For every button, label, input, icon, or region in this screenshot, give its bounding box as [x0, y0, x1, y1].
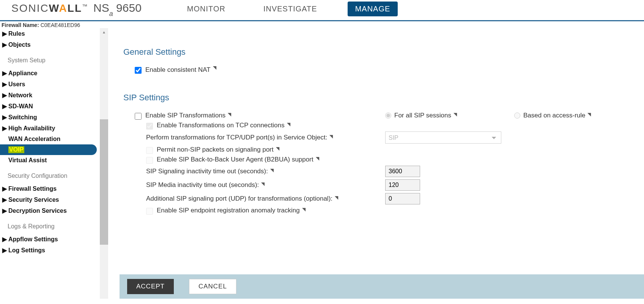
- cancel-button[interactable]: CANCEL: [189, 279, 236, 294]
- checkbox-b2bua[interactable]: [146, 157, 153, 164]
- input-sip-media[interactable]: [385, 179, 420, 191]
- help-icon[interactable]: ◥: [316, 156, 319, 161]
- help-icon[interactable]: ◥: [276, 146, 279, 151]
- caret-right-icon: ▶: [2, 207, 8, 214]
- tab-investigate[interactable]: INVESTIGATE: [256, 2, 325, 16]
- help-icon[interactable]: ◥: [329, 134, 333, 139]
- section-general: General Settings: [123, 47, 629, 57]
- sidebar-item-voip[interactable]: VOIP: [0, 144, 97, 155]
- row-sip-transformations: Enable SIP Transformations ◥: [135, 112, 378, 119]
- label-perform-transformations: Perform transformations for TCP/UDP port…: [146, 134, 327, 141]
- sidebar-item-firewall-settings[interactable]: ▶Firewall Settings: [0, 183, 108, 194]
- label-sip-transformations: Enable SIP Transformations: [145, 112, 225, 119]
- caret-right-icon: ▶: [2, 196, 8, 203]
- sidebar-item-appliance[interactable]: ▶Appliance: [0, 68, 108, 79]
- caret-right-icon: ▶: [2, 92, 8, 99]
- label-based-on-rule: Based on access-rule: [523, 112, 585, 119]
- sidebar-item-users[interactable]: ▶Users: [0, 79, 108, 90]
- checkbox-permit-nonsip[interactable]: [146, 147, 153, 154]
- row-tcp-transformations: Enable Transformations on TCP connection…: [146, 122, 629, 129]
- label-tcp-transformations: Enable Transformations on TCP connection…: [157, 122, 285, 129]
- caret-right-icon: ▶: [2, 81, 8, 88]
- action-bar: ACCEPT CANCEL: [120, 274, 644, 299]
- brand-model: NSa 9650: [93, 2, 142, 16]
- caret-right-icon: ▶: [2, 125, 8, 132]
- row-sip-signaling: SIP Signaling inactivity time out (secon…: [146, 168, 378, 175]
- accept-button[interactable]: ACCEPT: [127, 279, 174, 294]
- scrollbar-thumb[interactable]: [100, 119, 108, 245]
- sidebar-item-label: Log Settings: [8, 247, 45, 254]
- help-icon[interactable]: ◥: [270, 168, 274, 173]
- label-b2bua: Enable SIP Back-to-Back User Agent (B2BU…: [157, 156, 313, 163]
- tab-monitor[interactable]: MONITOR: [180, 2, 233, 16]
- help-icon[interactable]: ◥: [587, 112, 591, 117]
- input-sip-signaling[interactable]: [385, 166, 420, 177]
- caret-right-icon: ▶: [2, 70, 8, 77]
- help-icon[interactable]: ◥: [453, 112, 457, 117]
- sidebar-item-network[interactable]: ▶Network: [0, 90, 108, 101]
- label-consistent-nat: Enable consistent NAT: [145, 66, 211, 74]
- sidebar-item-label: VOIP: [8, 146, 24, 153]
- sidebar-item-objects[interactable]: ▶Objects: [0, 39, 108, 50]
- select-service-object[interactable]: SIP: [385, 131, 501, 144]
- sidebar-item-decryption[interactable]: ▶Decryption Services: [0, 205, 108, 216]
- nav-tabs: MONITOR INVESTIGATE MANAGE: [180, 2, 398, 16]
- sidebar-item-label: Firewall Settings: [8, 185, 57, 192]
- help-icon[interactable]: ◥: [213, 65, 216, 70]
- brand-logo: SONICWALL™: [11, 2, 88, 14]
- sidebar-item-label: Decryption Services: [8, 207, 67, 214]
- caret-right-icon: ▶: [2, 41, 8, 48]
- sidebar-group-logs: Logs & Reporting: [0, 216, 108, 234]
- sidebar-item-rules[interactable]: ▶Rules: [0, 28, 108, 39]
- tab-manage[interactable]: MANAGE: [348, 2, 398, 16]
- sidebar-item-label: Virtual Assist: [8, 157, 47, 164]
- firewall-name-value: C0EAE481ED96: [41, 22, 80, 28]
- sidebar-item-virtual-assist[interactable]: Virtual Assist: [0, 155, 108, 166]
- row-b2bua: Enable SIP Back-to-Back User Agent (B2BU…: [146, 156, 629, 163]
- scroll-up-icon[interactable]: ▲: [100, 28, 108, 36]
- radio-for-all-sip[interactable]: [385, 112, 391, 119]
- sidebar: ▲ ▶Rules ▶Objects System Setup ▶Applianc…: [0, 28, 108, 299]
- checkbox-sip-transformations[interactable]: [135, 113, 142, 120]
- checkbox-consistent-nat[interactable]: [135, 67, 142, 74]
- section-sip: SIP Settings: [123, 93, 629, 103]
- sidebar-item-wan-accel[interactable]: WAN Acceleration: [0, 134, 108, 144]
- firewall-name-label: Firewall Name:: [2, 22, 39, 28]
- row-for-all-sip: For all SIP sessions ◥: [385, 112, 507, 119]
- main-panel: General Settings Enable consistent NAT ◥…: [108, 28, 644, 299]
- sidebar-item-label: Appflow Settings: [8, 236, 58, 243]
- sidebar-item-label: Rules: [8, 30, 25, 37]
- top-bar: SONICWALL™ NSa 9650 MONITOR INVESTIGATE …: [0, 0, 644, 21]
- sidebar-item-label: Network: [8, 92, 32, 99]
- help-icon[interactable]: ◥: [302, 207, 305, 212]
- row-anomaly: Enable SIP endpoint registration anomaly…: [146, 207, 629, 214]
- sidebar-item-ha[interactable]: ▶High Availability: [0, 123, 108, 134]
- caret-right-icon: ▶: [2, 114, 8, 121]
- label-additional-port: Additional SIP signaling port (UDP) for …: [146, 195, 332, 203]
- caret-right-icon: ▶: [2, 103, 8, 110]
- help-icon[interactable]: ◥: [335, 195, 338, 200]
- sidebar-group-system: System Setup: [0, 50, 108, 68]
- label-sip-media: SIP Media inactivity time out (seconds):: [146, 181, 259, 189]
- help-icon[interactable]: ◥: [228, 112, 231, 117]
- sidebar-item-sdwan[interactable]: ▶SD-WAN: [0, 101, 108, 112]
- sidebar-item-label: Objects: [8, 41, 31, 48]
- sidebar-item-label: Switching: [8, 114, 37, 121]
- sidebar-item-label: WAN Acceleration: [8, 136, 60, 142]
- help-icon[interactable]: ◥: [287, 122, 290, 127]
- input-additional-port[interactable]: [385, 193, 420, 204]
- caret-right-icon: ▶: [2, 247, 8, 254]
- caret-right-icon: ▶: [2, 30, 8, 37]
- row-perform-transformations: Perform transformations for TCP/UDP port…: [146, 134, 378, 141]
- radio-based-on-rule[interactable]: [514, 112, 520, 119]
- sidebar-item-switching[interactable]: ▶Switching: [0, 112, 108, 123]
- help-icon[interactable]: ◥: [261, 181, 265, 187]
- sidebar-item-log-settings[interactable]: ▶Log Settings: [0, 245, 108, 256]
- sidebar-item-security-services[interactable]: ▶Security Services: [0, 194, 108, 205]
- checkbox-tcp-transformations[interactable]: [146, 123, 153, 130]
- checkbox-anomaly[interactable]: [146, 208, 153, 215]
- sidebar-item-label: Users: [8, 81, 25, 88]
- sidebar-item-appflow[interactable]: ▶Appflow Settings: [0, 234, 108, 245]
- label-for-all-sip: For all SIP sessions: [394, 112, 451, 119]
- label-anomaly: Enable SIP endpoint registration anomaly…: [157, 207, 300, 214]
